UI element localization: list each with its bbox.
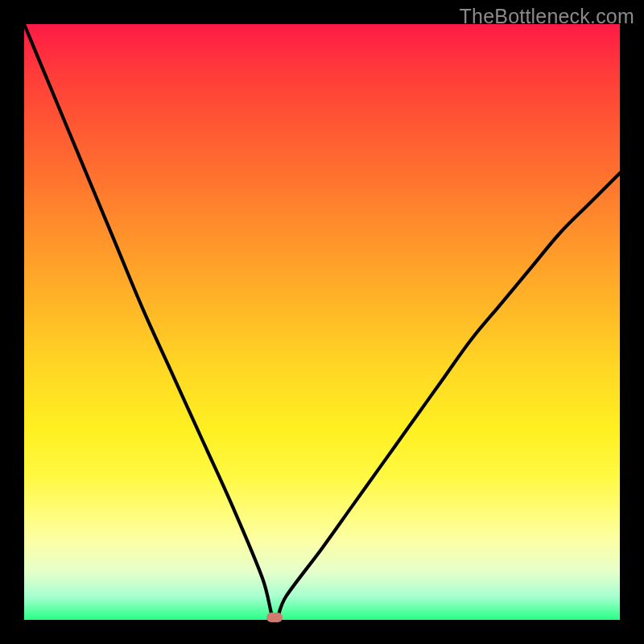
chart-frame: TheBottleneck.com xyxy=(0,0,644,644)
plot-area xyxy=(24,24,620,620)
minimum-marker xyxy=(266,613,283,622)
bottleneck-curve xyxy=(24,24,620,620)
watermark-text: TheBottleneck.com xyxy=(460,5,634,28)
